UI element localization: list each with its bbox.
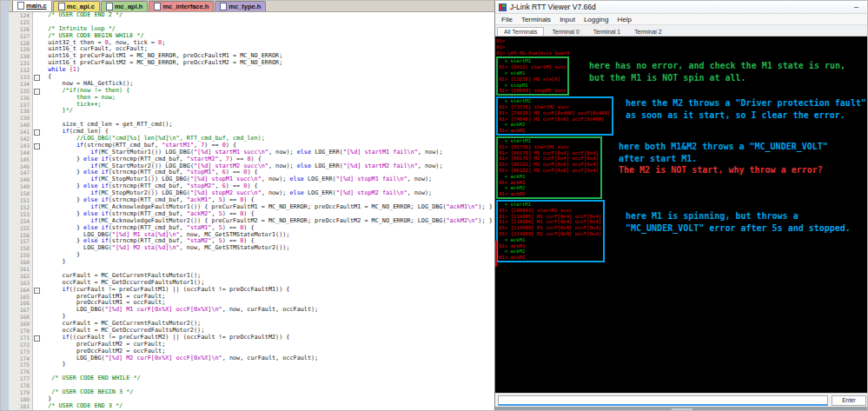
tab-label: mc_interface.h (162, 3, 209, 10)
code-line: 175 } (9, 361, 494, 368)
code-line: 174 LOG_DBG("[%d] M2 curF[0x%X] occF[0x%… (9, 355, 494, 362)
code-text: LOG_DBG("[%d] M2 curF[0x%X] occF[0x%X]\n… (41, 355, 318, 362)
editor-tab-mc_api.c[interactable]: mc_api.c (53, 1, 100, 11)
terminal-output-line: 01> ackM1 (499, 180, 599, 186)
line-number: 161 (9, 266, 33, 273)
line-number: 150 (9, 190, 33, 197)
line-number: 136 (9, 95, 33, 102)
terminal-tab-terminal-2[interactable]: Terminal 2 (628, 28, 667, 36)
code-editor-window: main.cmc_api.cmc_api.hmc_interface.hmc_t… (1, 1, 494, 411)
resize-handle[interactable] (672, 408, 692, 410)
terminal-command-echo: < stopM1 (499, 83, 566, 89)
line-number: 171 (9, 335, 33, 341)
fold-column (33, 60, 41, 67)
line-number: 172 (9, 341, 33, 348)
fold-column (33, 328, 41, 335)
terminal-output-line: 01> [86179] M1 curF[0x4] occF[0x4] (499, 150, 599, 156)
highlight-box-4: < startM101> [108893] startM1 succ01> [1… (496, 200, 605, 262)
minimize-button[interactable]: – (847, 3, 865, 11)
annotation-line: The M2 is NOT start, why throw a error? (619, 164, 828, 176)
code-line: 179 /* USER CODE BEGIN 3 */ (9, 389, 494, 396)
rtt-terminal[interactable]: 01>01>01> LHS RG-DualAxis board < startM… (495, 36, 868, 393)
menu-help[interactable]: Help (613, 16, 635, 23)
code-text: } (41, 361, 66, 368)
rtt-command-input[interactable] (498, 395, 828, 406)
editor-tab-mc_type.h[interactable]: mc_type.h (215, 1, 266, 11)
line-number: 157 (9, 238, 33, 245)
code-text: } (41, 259, 66, 266)
fold-column: - (33, 129, 41, 136)
line-number: 128 (9, 40, 33, 47)
line-number: 163 (9, 280, 33, 287)
code-line: 124 /* USER CODE END 2 */ (9, 12, 494, 19)
code-text: LOG_DBG("[%d] M1 curF[0x%X] occF[0x%X]\n… (41, 307, 318, 314)
annotation-line: after start M1. (619, 153, 828, 165)
terminal-tab-all-terminals[interactable]: All Terminals (497, 27, 544, 36)
tab-label: main.c (26, 2, 47, 10)
line-number: 156 (9, 232, 33, 239)
screenshot-root: main.cmc_api.cmc_api.hmc_interface.hmc_t… (0, 0, 868, 411)
line-number: 137 (9, 102, 33, 109)
fold-column (33, 218, 41, 225)
terminal-command-echo: < ackM2 (499, 122, 610, 128)
terminal-command-echo: < startM1 (499, 202, 601, 208)
line-number: 168 (9, 314, 33, 321)
fold-column (33, 53, 41, 60)
line-number: 124 (9, 12, 33, 19)
tab-label: mc_api.h (115, 3, 143, 10)
terminal-output-line: 01> [74839] M2 curF[0x400] occF[0x400] (499, 110, 610, 116)
terminal-command-echo: < ackM2 (499, 185, 599, 191)
annotation-line: here the M2 throws a "Driver protection … (626, 97, 866, 109)
line-number: 129 (9, 46, 33, 53)
fold-column (33, 321, 41, 328)
menu-input[interactable]: Input (555, 16, 580, 23)
line-number: 131 (9, 60, 33, 67)
line-number: 167 (9, 307, 33, 314)
editor-tab-mc_interface.h[interactable]: mc_interface.h (149, 1, 214, 11)
line-number: 174 (9, 355, 33, 362)
line-number: 134 (9, 81, 33, 88)
code-line: 177 /* USER CODE END WHILE */ (9, 375, 494, 382)
fold-column (33, 314, 41, 321)
fold-column: - (33, 88, 41, 95)
rtt-bottom-edge (495, 407, 868, 411)
fold-column (33, 197, 41, 204)
enter-button[interactable]: Enter (832, 395, 866, 406)
fold-column (33, 348, 41, 355)
code-line: 138 }*/ (9, 108, 494, 115)
line-number: 127 (9, 33, 33, 40)
fold-column (33, 102, 41, 109)
terminal-tab-terminal-1[interactable]: Terminal 1 (587, 28, 626, 36)
editor-tab-main.c[interactable]: main.c (12, 0, 52, 11)
menu-terminals[interactable]: Terminals (517, 16, 555, 23)
menu-logging[interactable]: Logging (580, 16, 613, 23)
file-icon (17, 2, 24, 10)
terminal-output-line: 01> ackM2 (499, 191, 599, 197)
terminal-output-line: 01> [73726] startM2 succ (499, 104, 610, 110)
rtt-title-bar[interactable]: J-Link RTT Viewer V7.66d – (495, 1, 868, 14)
file-icon (106, 3, 113, 10)
fold-column (33, 183, 41, 190)
menu-file[interactable]: File (497, 16, 517, 23)
window-title: J-Link RTT Viewer V7.66d (510, 3, 596, 11)
fold-column (33, 307, 41, 314)
line-number: 125 (9, 19, 33, 26)
editor-tab-mc_api.h[interactable]: mc_api.h (101, 1, 149, 11)
line-number: 160 (9, 259, 33, 266)
code-text: /* USER CODE END 3 */ (41, 403, 123, 410)
annotation-3: here both M1&M2 throws a "MC_UNDER_VOLT"… (619, 141, 828, 176)
terminal-output-line: 01> [86182] M1 curF[0x0] occF[0x4] (499, 168, 599, 174)
line-number: 152 (9, 204, 33, 211)
terminal-command-echo: < ackM1 (499, 237, 601, 243)
fold-column (33, 33, 41, 40)
line-number: 139 (9, 115, 33, 122)
code-area[interactable]: 124 /* USER CODE END 2 */125126 /* Infin… (9, 12, 494, 411)
terminal-output-line: 01> (496, 38, 868, 44)
fold-column (33, 115, 41, 122)
terminal-tab-terminal-0[interactable]: Terminal 0 (546, 28, 585, 36)
file-icon (220, 3, 227, 10)
terminal-output-line: 01> [13258] M1 sta[6] (499, 76, 566, 83)
line-number: 170 (9, 328, 33, 335)
highlight-box-1: < startM101> [9412] startM1 succ < staM1… (496, 56, 569, 96)
fold-column: - (33, 287, 41, 294)
